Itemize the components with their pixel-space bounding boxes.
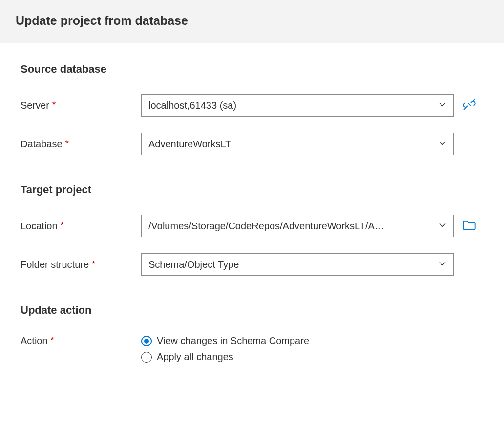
label-server: Server * [21,100,141,111]
radio-view-changes[interactable]: View changes in Schema Compare [141,335,309,346]
radio-dot [144,339,149,344]
header-bar: Update project from database [0,0,504,43]
label-location-text: Location [21,221,58,232]
label-action-text: Action [21,335,48,346]
folder-structure-select-wrap: Schema/Object Type [141,253,454,276]
radio-label-apply-all: Apply all changes [157,351,233,363]
row-server: Server * localhost,61433 (sa) [21,94,483,117]
label-database-text: Database [21,139,63,150]
form-content: Source database Server * localhost,61433… [0,43,504,372]
server-select-wrap: localhost,61433 (sa) [141,94,454,117]
required-asterisk: * [51,335,54,345]
database-select-wrap: AdventureWorksLT [141,133,454,155]
connect-button[interactable] [462,98,476,113]
required-asterisk: * [92,259,95,269]
location-select-wrap: /Volumes/Storage/CodeRepos/AdventureWork… [141,215,454,237]
row-folder-structure: Folder structure * Schema/Object Type [21,253,483,276]
radio-indicator [141,352,152,363]
label-folder-structure: Folder structure * [21,259,141,270]
row-location: Location * /Volumes/Storage/CodeRepos/Ad… [21,215,483,237]
row-action: Action * View changes in Schema Compare … [21,335,483,363]
location-select[interactable]: /Volumes/Storage/CodeRepos/AdventureWork… [141,215,454,237]
section-title-source: Source database [21,63,483,76]
server-select[interactable]: localhost,61433 (sa) [141,94,454,117]
plug-icon [462,98,476,113]
folder-icon [462,219,476,233]
row-database: Database * AdventureWorksLT [21,133,483,155]
label-action: Action * [21,335,141,346]
section-title-action: Update action [21,304,483,317]
label-location: Location * [21,221,141,232]
action-radio-group: View changes in Schema Compare Apply all… [141,335,309,363]
label-database: Database * [21,139,141,150]
database-select[interactable]: AdventureWorksLT [141,133,454,155]
page-title: Update project from database [16,14,488,28]
folder-structure-select[interactable]: Schema/Object Type [141,253,454,276]
section-title-target: Target project [21,183,483,196]
radio-apply-all[interactable]: Apply all changes [141,351,309,363]
required-asterisk: * [61,221,64,231]
label-folder-structure-text: Folder structure [21,259,89,270]
required-asterisk: * [65,139,69,149]
radio-indicator-selected [141,336,152,346]
radio-label-view-changes: View changes in Schema Compare [157,335,309,346]
browse-folder-button[interactable] [462,219,476,233]
label-server-text: Server [21,100,49,111]
required-asterisk: * [52,100,56,110]
